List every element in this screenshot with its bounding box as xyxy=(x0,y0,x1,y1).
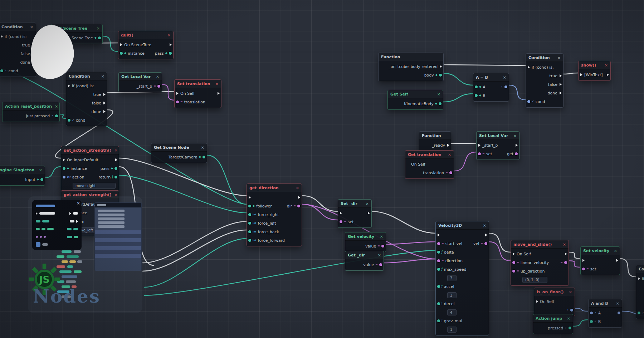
value-field[interactable]: move_right xyxy=(73,183,116,189)
data-in-port[interactable] xyxy=(248,230,251,233)
data-in-port[interactable] xyxy=(437,319,440,322)
wire-data[interactable] xyxy=(444,73,473,85)
data-in-port[interactable] xyxy=(120,52,123,55)
seq-in-port[interactable] xyxy=(536,300,538,303)
close-icon[interactable]: × xyxy=(503,75,506,80)
data-out-port[interactable] xyxy=(618,312,620,314)
seq-in-port[interactable] xyxy=(63,158,65,161)
seq-out-port[interactable] xyxy=(368,212,370,215)
seq-in-port[interactable] xyxy=(528,66,530,69)
node-get-self[interactable]: Get Self×KinematicBody◆ xyxy=(387,90,443,110)
node-move-and-slide[interactable]: move_and_slide()×On Self≡linear_velocity… xyxy=(511,240,569,286)
seq-in-port[interactable] xyxy=(1,35,3,38)
data-in-port[interactable] xyxy=(248,213,251,216)
close-icon[interactable]: × xyxy=(614,249,617,253)
data-in-port[interactable] xyxy=(437,268,440,271)
data-out-port[interactable] xyxy=(381,245,384,248)
wire-seq[interactable] xyxy=(564,73,578,74)
seq-out-port[interactable] xyxy=(565,253,567,255)
wire-seq[interactable] xyxy=(143,230,247,271)
wire-data[interactable] xyxy=(103,36,118,52)
data-in-port[interactable] xyxy=(0,69,3,72)
node-get-translation[interactable]: Get translation×On Selftranslation≡ xyxy=(405,150,454,179)
node-action-jump[interactable]: Action jump×pressed✓ xyxy=(533,314,573,334)
seq-out-port[interactable] xyxy=(103,102,106,104)
close-icon[interactable]: × xyxy=(55,104,58,109)
data-out-port[interactable] xyxy=(55,114,58,117)
node-quit[interactable]: quit()×On SceneTree◆instancepass◆ xyxy=(118,31,174,59)
wire-seq[interactable] xyxy=(372,211,435,233)
data-in-port[interactable] xyxy=(437,251,440,254)
data-in-port[interactable] xyxy=(590,320,593,323)
wire-data[interactable] xyxy=(145,239,247,287)
close-icon[interactable]: × xyxy=(39,168,42,172)
data-in-port[interactable] xyxy=(437,302,440,305)
node-is-on-floor[interactable]: is_on_floor()×On Self✓ xyxy=(534,288,575,316)
value-field[interactable]: 1 xyxy=(447,327,457,333)
close-icon[interactable]: × xyxy=(437,92,440,97)
wire-seq[interactable] xyxy=(620,259,636,277)
data-in-port[interactable] xyxy=(638,312,640,314)
wire-seq[interactable] xyxy=(489,233,511,252)
data-in-port[interactable] xyxy=(340,220,342,223)
wire-bool[interactable] xyxy=(575,308,588,311)
node-action-reset-position[interactable]: Action reset_position×just pressed✓ xyxy=(2,102,60,122)
close-icon[interactable]: × xyxy=(616,301,619,306)
close-icon[interactable]: × xyxy=(30,25,33,29)
node-function-ready[interactable]: Function_ready xyxy=(419,131,451,151)
data-in-port[interactable] xyxy=(248,205,251,207)
node-function-on-tcube[interactable]: Function_on_tcube_body_enteredbody◆ xyxy=(378,53,444,81)
close-icon[interactable]: × xyxy=(513,133,517,138)
data-out-port[interactable] xyxy=(379,263,382,266)
node-engine-singleton[interactable]: Engine Singleton×Input◆ xyxy=(0,166,45,186)
seq-out-port[interactable] xyxy=(485,234,487,236)
seq-out-port[interactable] xyxy=(516,144,518,147)
seq-out-port[interactable] xyxy=(170,43,172,46)
wire-vec[interactable] xyxy=(302,204,338,220)
wire-seq[interactable] xyxy=(119,158,247,196)
close-icon[interactable]: × xyxy=(366,201,369,206)
data-out-port[interactable] xyxy=(504,85,507,88)
seq-in-port[interactable] xyxy=(340,212,342,215)
node-get-direction[interactable]: get_direction×◆followerdir≡intforce_righ… xyxy=(247,183,302,246)
data-out-port[interactable] xyxy=(297,205,300,207)
data-in-port[interactable] xyxy=(437,259,440,262)
seq-in-port[interactable] xyxy=(438,234,440,236)
seq-out-port[interactable] xyxy=(115,158,117,161)
data-in-port[interactable] xyxy=(478,152,481,155)
node-set-dir[interactable]: Set _dir×≡set xyxy=(338,199,372,228)
seq-out-port[interactable] xyxy=(447,144,449,147)
data-in-port[interactable] xyxy=(512,261,515,264)
node-set-velocity[interactable]: Set velocity×≡set xyxy=(580,246,620,275)
close-icon[interactable]: × xyxy=(156,74,159,79)
node-get-local-var[interactable]: Get Local Var×_start_p≡ xyxy=(118,72,162,92)
wire-bool[interactable] xyxy=(509,85,526,100)
close-icon[interactable]: × xyxy=(97,26,100,31)
node-get-velocity[interactable]: Get velocity×value≡ xyxy=(345,232,386,252)
data-in-port[interactable] xyxy=(590,312,593,314)
data-out-port[interactable] xyxy=(564,261,567,264)
data-out-port[interactable] xyxy=(157,85,160,88)
seq-out-port[interactable] xyxy=(616,259,618,262)
node-set-local-var[interactable]: Set Local Var×_start_p≡setget xyxy=(476,131,519,160)
close-icon[interactable]: × xyxy=(569,290,572,294)
seq-out-port[interactable] xyxy=(103,93,106,96)
data-out-port[interactable] xyxy=(114,176,117,178)
seq-in-port[interactable] xyxy=(638,277,640,280)
wire-vec[interactable] xyxy=(384,259,435,263)
node-condition-4[interactable]: Condition×if (cond) is:truefalsedone✓con… xyxy=(636,265,644,319)
data-out-port[interactable] xyxy=(449,171,452,174)
wire-data[interactable] xyxy=(443,94,473,102)
data-in-port[interactable] xyxy=(582,268,585,270)
data-in-port[interactable] xyxy=(475,85,478,88)
seq-in-port[interactable] xyxy=(580,73,582,76)
seq-out-port[interactable] xyxy=(218,92,220,95)
data-out-port[interactable] xyxy=(570,309,573,312)
data-in-port[interactable] xyxy=(176,101,179,103)
data-in-port[interactable] xyxy=(437,285,440,288)
seq-in-port[interactable] xyxy=(513,253,515,255)
seq-out-port[interactable] xyxy=(560,74,562,77)
wire-data[interactable] xyxy=(573,320,588,326)
node-show[interactable]: show()×[WinText] xyxy=(578,61,611,81)
wire-vec[interactable] xyxy=(162,84,174,100)
